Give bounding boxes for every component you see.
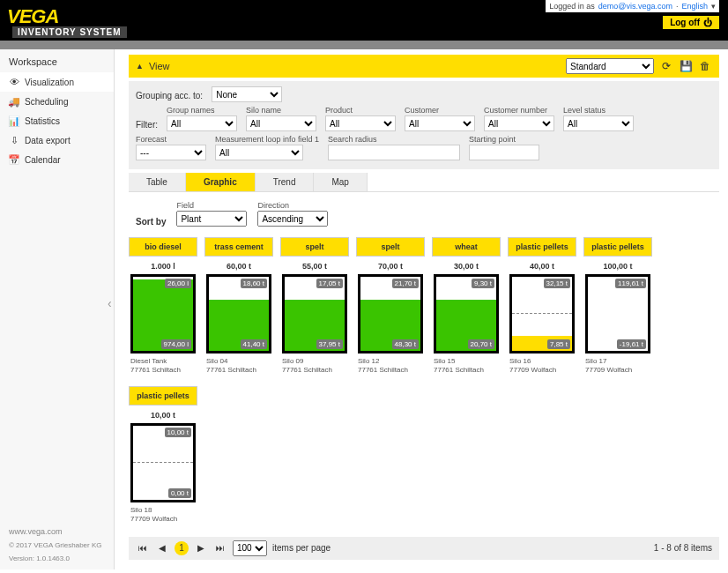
card-subtitle: Silo 0477761 Schiltach [204, 353, 273, 379]
view-select[interactable]: Standard [566, 58, 654, 74]
silo-card[interactable]: spelt70,00 t21,70 t48,30 tSilo 1277761 S… [356, 237, 425, 379]
silo-card[interactable]: plastic pellets10,00 t10,00 t0,00 tSilo … [129, 386, 197, 528]
card-title: plastic pellets [129, 386, 197, 406]
filter-label: Filter: [136, 120, 158, 131]
logoff-button[interactable]: Log off ⏻ [663, 16, 719, 29]
tank-fill-label: 20,70 t [468, 339, 494, 349]
customer-select[interactable]: All [405, 115, 475, 131]
level-status-select[interactable]: All [563, 115, 634, 131]
card-subtitle: Silo 1777709 Wolfach [583, 353, 652, 379]
delete-view-icon[interactable]: 🗑 [698, 59, 712, 73]
tab-graphic[interactable]: Graphic [186, 173, 256, 191]
app-subtitle: INVENTORY SYSTEM [12, 26, 127, 38]
tank-gauge: 26,00 l974,00 l [130, 274, 196, 353]
tank-gauge: 10,00 t0,00 t [130, 423, 196, 502]
forecast-select[interactable]: --- [136, 145, 206, 160]
tank-gauge: 18,60 t41,40 t [206, 274, 271, 353]
sidebar: Workspace 👁Visualization🚚Scheduling📊Stat… [0, 49, 115, 569]
divider-bar [0, 41, 728, 49]
grouping-select[interactable]: None [212, 86, 282, 102]
language-link[interactable]: English [681, 2, 708, 11]
user-email-link[interactable]: demo@vis.vega.com [598, 2, 672, 11]
vega-website-link[interactable]: www.vega.com [9, 527, 102, 536]
tank-empty-label: 18,60 t [241, 279, 267, 288]
card-capacity: 60,00 t [204, 257, 273, 274]
tank-fill-label: 7,85 t [547, 339, 570, 349]
tab-map[interactable]: Map [314, 173, 367, 191]
search-radius-input[interactable] [328, 145, 460, 160]
grouping-label: Grouping acc. to: [136, 91, 203, 102]
card-capacity: 55,00 t [280, 257, 349, 274]
silo-card[interactable]: plastic pellets40,00 t32,15 t7,85 tSilo … [508, 237, 576, 379]
sidebar-item-scheduling[interactable]: 🚚Scheduling [0, 92, 114, 111]
tab-table[interactable]: Table [129, 173, 186, 191]
collapse-sidebar-icon[interactable]: ‹ [108, 296, 112, 310]
pager-next-icon[interactable]: ▶ [194, 541, 208, 555]
pager-first-icon[interactable]: ⏮ [136, 541, 150, 555]
tank-gauge: 17,05 t37,95 t [282, 274, 347, 353]
sort-field-select[interactable]: Plant [176, 211, 247, 227]
card-subtitle: Diesel Tank77761 Schiltach [129, 353, 197, 379]
product-select[interactable]: All [325, 115, 396, 131]
pager-last-icon[interactable]: ⏭ [213, 541, 227, 555]
pager-prev-icon[interactable]: ◀ [155, 541, 169, 555]
tank-gauge: 32,15 t7,85 t [509, 274, 575, 353]
app-header: VEGA INVENTORY SYSTEM Logged in as demo@… [0, 0, 728, 41]
card-subtitle: Silo 1877709 Wolfach [129, 502, 197, 528]
card-subtitle: Silo 1577761 Schiltach [432, 353, 501, 379]
view-bar: ▲ View Standard ⟳ 💾 🗑 [129, 55, 719, 78]
tank-empty-label: 32,15 t [544, 279, 570, 288]
save-view-icon[interactable]: 💾 [679, 59, 693, 73]
tank-empty-label: 26,00 l [165, 279, 191, 288]
page-size-select[interactable]: 100 [233, 540, 267, 556]
meas-loop-select[interactable]: All [215, 145, 303, 160]
silo-card[interactable]: trass cement60,00 t18,60 t41,40 tSilo 04… [204, 237, 273, 379]
card-title: spelt [356, 237, 425, 257]
tank-fill-label: 37,95 t [316, 339, 343, 349]
silo-card[interactable]: bio diesel1.000 l26,00 l974,00 lDiesel T… [129, 237, 197, 379]
card-capacity: 30,00 t [432, 257, 501, 274]
card-capacity: 1.000 l [129, 257, 197, 274]
view-label: View [149, 61, 170, 71]
filter-panel: Grouping acc. to: None Filter: Group nam… [129, 81, 719, 169]
card-subtitle: Silo 1677709 Wolfach [508, 353, 576, 379]
silo-card[interactable]: spelt55,00 t17,05 t37,95 tSilo 0977761 S… [280, 237, 349, 379]
tank-fill-label: 0,00 t [168, 488, 191, 498]
nav-icon: ⇩ [9, 135, 19, 145]
refresh-icon[interactable]: ⟳ [659, 59, 673, 73]
sidebar-item-calendar[interactable]: 📅Calendar [0, 150, 114, 169]
starting-point-input[interactable] [469, 145, 539, 160]
nav-icon: 🚚 [9, 96, 19, 107]
card-capacity: 70,00 t [356, 257, 425, 274]
cards-grid: bio diesel1.000 l26,00 l974,00 lDiesel T… [129, 237, 719, 528]
silo-card[interactable]: wheat30,00 t9,30 t20,70 tSilo 1577761 Sc… [432, 237, 501, 379]
sort-label: Sort by [136, 217, 166, 227]
sort-bar: Sort by FieldPlant DirectionAscending [129, 197, 719, 230]
group-names-select[interactable]: All [167, 115, 237, 131]
tabs: TableGraphicTrendMap [129, 173, 719, 192]
chevron-down-icon: ▾ [711, 2, 716, 11]
logged-in-label: Logged in as [549, 2, 595, 11]
sidebar-item-visualization[interactable]: 👁Visualization [0, 72, 114, 92]
power-icon: ⏻ [703, 18, 712, 27]
sidebar-item-statistics[interactable]: 📊Statistics [0, 111, 114, 130]
silo-name-select[interactable]: All [246, 115, 316, 131]
silo-card[interactable]: plastic pellets100,00 t119,61 t-19,61 tS… [583, 237, 652, 379]
tank-empty-label: 21,70 t [392, 279, 419, 288]
tank-gauge: 119,61 t-19,61 t [585, 274, 650, 353]
tank-fill-label: -19,61 t [617, 339, 646, 349]
card-title: plastic pellets [583, 237, 652, 257]
tab-trend[interactable]: Trend [256, 173, 315, 191]
customer-number-select[interactable]: All [484, 115, 554, 131]
topbar: Logged in as demo@vis.vega.com · English… [546, 0, 719, 12]
workspace-title: Workspace [0, 56, 114, 72]
card-title: wheat [432, 237, 501, 257]
nav-icon: 📊 [9, 115, 19, 126]
copyright: © 2017 VEGA Grieshaber KG [9, 541, 102, 549]
card-title: spelt [280, 237, 349, 257]
sidebar-item-data-export[interactable]: ⇩Data export [0, 130, 114, 150]
collapse-arrow-icon[interactable]: ▲ [136, 62, 144, 71]
sort-direction-select[interactable]: Ascending [257, 211, 328, 227]
logo: VEGA [7, 5, 58, 28]
card-capacity: 100,00 t [583, 257, 652, 274]
